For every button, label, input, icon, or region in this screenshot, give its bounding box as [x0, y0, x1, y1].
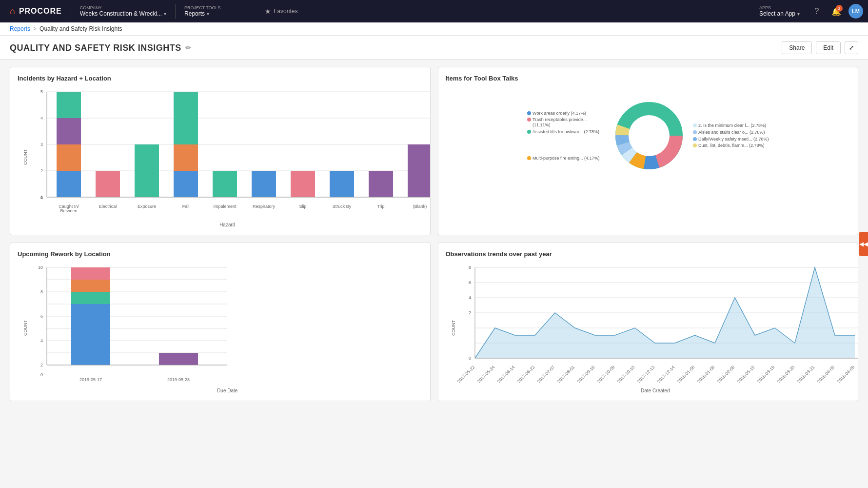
- home-icon[interactable]: ⌂: [10, 6, 15, 17]
- svg-text:Struck By: Struck By: [333, 204, 352, 209]
- svg-text:2017-10-09: 2017-10-09: [596, 365, 615, 384]
- legend-item-1: Work areas orderly (4.17%): [527, 111, 605, 116]
- nav-apps-section[interactable]: Apps Select an App ▾: [754, 5, 805, 17]
- nav-project-section[interactable]: Project Tools Reports ▾: [179, 5, 257, 17]
- legend-item-4: Multi-purpose fire exting... (4.17%): [527, 156, 605, 161]
- svg-text:2018-01-06: 2018-01-06: [676, 365, 695, 384]
- svg-rect-19: [135, 144, 159, 197]
- svg-text:2: 2: [40, 168, 43, 173]
- svg-text:0: 0: [40, 372, 43, 377]
- svg-text:2019-05-28: 2019-05-28: [167, 377, 190, 382]
- svg-text:2017-05-22: 2017-05-22: [456, 365, 475, 384]
- apps-value: Select an App ▾: [759, 10, 800, 17]
- legend-dot-3: [527, 130, 531, 134]
- svg-text:3: 3: [40, 142, 43, 147]
- svg-rect-26: [213, 171, 237, 197]
- svg-text:2018-04-09: 2018-04-09: [836, 365, 855, 384]
- svg-text:0: 0: [40, 195, 43, 200]
- svg-text:2017-09-18: 2017-09-18: [576, 365, 595, 384]
- svg-rect-21: [174, 171, 198, 197]
- legend-dot-7: [693, 137, 697, 141]
- incidents-chart-title: Incidents by Hazard + Location: [18, 75, 423, 82]
- legend-dot-8: [693, 143, 697, 147]
- rework-chart-title: Upcoming Rework by Location: [18, 250, 423, 258]
- svg-text:Fall: Fall: [182, 204, 190, 209]
- svg-text:Trip: Trip: [377, 204, 384, 209]
- svg-text:4: 4: [40, 338, 43, 343]
- svg-text:2017-12-14: 2017-12-14: [656, 365, 675, 384]
- breadcrumb-separator: >: [33, 25, 37, 32]
- page-header: QUALITY AND SAFETY RISK INSIGHTS ✏ Share…: [0, 36, 868, 60]
- expand-button[interactable]: ⤢: [845, 41, 858, 54]
- notifications-bell[interactable]: 🔔 2: [829, 4, 844, 19]
- svg-text:Electrical: Electrical: [99, 204, 117, 209]
- svg-text:2017-05-24: 2017-05-24: [476, 365, 495, 384]
- svg-rect-67: [71, 267, 110, 280]
- nav-logo[interactable]: ⌂ PROCORE: [5, 6, 67, 17]
- donut-chart: [610, 97, 688, 175]
- top-nav: ⌂ PROCORE Company Weeks Construction & W…: [0, 0, 868, 22]
- rework-panel: Upcoming Rework by Location COUNT 10 8 6…: [10, 243, 431, 401]
- svg-rect-13: [57, 118, 81, 144]
- help-icon[interactable]: ?: [809, 4, 824, 19]
- svg-rect-65: [71, 292, 110, 304]
- rework-bar-chart: 10 8 6 4 2 0 2019-05-17 2019-05-28: [32, 263, 227, 385]
- svg-point-48: [629, 115, 670, 156]
- svg-text:2018-05-15: 2018-05-15: [736, 365, 755, 384]
- company-chevron: ▾: [164, 11, 166, 17]
- toolbox-panel: Items for Tool Box Talks Work areas orde…: [438, 67, 859, 235]
- svg-text:2018-04-05: 2018-04-05: [816, 365, 835, 384]
- svg-text:6: 6: [468, 280, 471, 285]
- svg-text:2018-03-21: 2018-03-21: [796, 365, 815, 384]
- edit-button[interactable]: Edit: [816, 41, 841, 54]
- svg-rect-17: [96, 171, 120, 197]
- observations-panel: Observations trends over past year COUNT…: [438, 243, 859, 401]
- svg-text:2017-10-10: 2017-10-10: [616, 365, 635, 384]
- svg-text:Slip: Slip: [299, 204, 306, 209]
- toolbox-legend-right: 2. Is the minimum clear l... (2.78%) Ais…: [693, 123, 769, 148]
- legend-item-8: Dust, lint, debris, flamm... (2.78%): [693, 143, 769, 148]
- nav-project-tools-label: Project Tools: [184, 5, 253, 10]
- svg-text:2017-12-13: 2017-12-13: [636, 365, 655, 384]
- nav-divider2: [175, 4, 176, 19]
- side-collapse-button[interactable]: ◀◀: [859, 232, 868, 256]
- legend-dot-4: [527, 156, 531, 160]
- svg-rect-24: [174, 92, 198, 118]
- observations-line-chart: 8 6 4 2 0 2017-05-22 2017-05-24 2017-06-…: [460, 263, 859, 385]
- svg-rect-23: [174, 118, 198, 144]
- svg-text:Between: Between: [60, 208, 77, 213]
- svg-text:2018-02-08: 2018-02-08: [716, 365, 735, 384]
- legend-item-3: Assisted lifts for awkwar... (2.78%): [527, 129, 605, 135]
- nav-company-section[interactable]: Company Weeks Construction & Wrecki... ▾: [75, 5, 171, 17]
- svg-rect-36: [408, 144, 431, 197]
- edit-title-icon[interactable]: ✏: [185, 44, 192, 52]
- nav-right: Apps Select an App ▾ ? 🔔 2 LM: [754, 4, 863, 19]
- incidents-x-label: Hazard: [32, 222, 423, 227]
- svg-text:2: 2: [468, 310, 471, 315]
- svg-text:4: 4: [40, 116, 43, 121]
- svg-text:8: 8: [468, 265, 471, 270]
- nav-company-label: Company: [80, 5, 166, 10]
- legend-item-5: 2. Is the minimum clear l... (2.78%): [693, 123, 769, 128]
- svg-text:2018-01-08: 2018-01-08: [696, 365, 715, 384]
- user-avatar[interactable]: LM: [848, 4, 863, 19]
- share-button[interactable]: Share: [782, 41, 812, 54]
- svg-rect-34: [369, 171, 393, 197]
- incidents-bar-chart: 5 4 3 2 1 0 Caught In/ Between Electrica…: [32, 87, 431, 219]
- svg-text:2018-03-19: 2018-03-19: [756, 365, 775, 384]
- svg-text:Exposure: Exposure: [138, 204, 156, 209]
- legend-item-2: Trash receptables provide... (11.11%): [527, 117, 605, 128]
- rework-y-label: COUNT: [23, 320, 28, 336]
- breadcrumb-current: Quality and Safety Risk Insights: [39, 25, 122, 32]
- nav-brand: PROCORE: [19, 7, 62, 16]
- nav-favorites[interactable]: ★ Favorites: [257, 7, 305, 15]
- svg-rect-66: [71, 280, 110, 292]
- observations-y-label: COUNT: [451, 320, 456, 336]
- svg-rect-32: [330, 171, 354, 197]
- svg-text:2017-06-14: 2017-06-14: [496, 365, 515, 384]
- apps-chevron: ▾: [797, 11, 800, 17]
- breadcrumb-link[interactable]: Reports: [10, 25, 30, 32]
- svg-text:2018-03-20: 2018-03-20: [776, 365, 795, 384]
- svg-text:2017-07-07: 2017-07-07: [536, 365, 555, 384]
- header-actions: Share Edit ⤢: [782, 41, 858, 54]
